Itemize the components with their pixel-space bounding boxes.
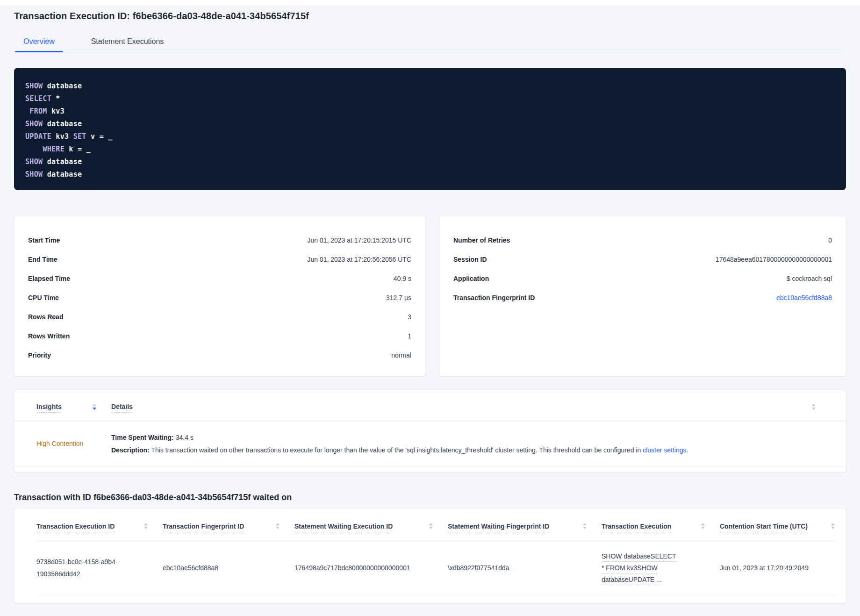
- sql-keyword: SET: [73, 132, 86, 141]
- sql-text: *: [51, 94, 60, 103]
- sort-icon[interactable]: [831, 523, 835, 529]
- sql-keyword: SHOW: [25, 158, 43, 166]
- info-row: End TimeJun 01, 2023 at 17:20:56:2056 UT…: [28, 250, 411, 269]
- insights-table-header: Insights Details: [14, 390, 846, 421]
- sql-keyword: SHOW: [25, 82, 43, 90]
- sort-icon[interactable]: [429, 523, 433, 529]
- info-row: Application$ cockroach sql: [453, 269, 832, 288]
- insights-card: Insights Details High Contention Time Sp…: [14, 390, 846, 472]
- column-header-label: Statement Waiting Execution ID: [294, 523, 393, 530]
- info-row: Session ID17648a9eea60178000000000000000…: [453, 250, 832, 269]
- waited-on-heading: Transaction with ID f6be6366-da03-48de-a…: [14, 493, 846, 502]
- column-header-insights[interactable]: Insights: [36, 403, 111, 410]
- tab-bar: Overview Statement Executions: [14, 33, 846, 52]
- column-header-transaction-fingerprint-id[interactable]: Transaction Fingerprint ID: [163, 523, 294, 530]
- sql-line: FROM kv3: [25, 105, 835, 118]
- info-label: Elapsed Time: [28, 275, 70, 282]
- sql-keyword: SHOW: [25, 170, 43, 179]
- sql-text: kv3: [51, 132, 73, 141]
- info-row: Start TimeJun 01, 2023 at 17:20:15:2015 …: [28, 230, 411, 250]
- info-row: Number of Retries0: [453, 230, 832, 250]
- sql-text: kv3: [47, 107, 64, 115]
- sql-line: SHOW database: [25, 80, 835, 93]
- info-row: CPU Time312.7 µs: [28, 288, 411, 307]
- insight-row: High Contention Time Spent Waiting: 34.4…: [14, 421, 846, 466]
- cell-statement-waiting-fingerprint-id: \xdb8922f077541dda: [448, 564, 602, 572]
- transaction-execution-link[interactable]: SHOW databaseSELECT * FROM kv3SHOW datab…: [602, 551, 679, 586]
- sql-text: database: [43, 158, 82, 166]
- cell-transaction-fingerprint-id: ebc10ae56cfd88a8: [163, 564, 294, 572]
- sort-icon[interactable]: [701, 523, 705, 529]
- cell-transaction-execution-id: 9738d051-bc0e-4158-a9b4-1903586ddd42: [36, 556, 163, 580]
- info-row: Rows Read3: [28, 307, 411, 326]
- column-header-label: Contention Start Time (UTC): [720, 523, 808, 530]
- info-rows-left: Start TimeJun 01, 2023 at 17:20:15:2015 …: [28, 230, 411, 365]
- info-value: 312.7 µs: [386, 294, 411, 301]
- sql-line: SHOW database: [25, 118, 835, 130]
- cell-contention-start-time: Jun 01, 2023 at 17:20:49:2049: [720, 564, 837, 572]
- info-value: 3: [408, 313, 411, 321]
- sql-code: SHOW databaseSELECT * FROM kv3SHOW datab…: [25, 80, 835, 181]
- top-strip: [0, 0, 860, 6]
- info-label: End Time: [28, 256, 57, 263]
- cell-statement-waiting-execution-id: 176498a9c717bdc80000000000000001: [294, 564, 448, 572]
- info-label: Number of Retries: [453, 236, 510, 244]
- column-header-details[interactable]: Details: [111, 403, 837, 410]
- sort-icon[interactable]: [276, 523, 280, 529]
- sql-line: SHOW database: [25, 168, 835, 181]
- page-content: Transaction Execution ID: f6be6366-da03-…: [0, 11, 860, 603]
- transaction-fingerprint-link[interactable]: ebc10ae56cfd88a8: [776, 294, 832, 301]
- info-value: 40.9 s: [394, 275, 411, 282]
- info-label: Priority: [28, 351, 51, 359]
- summary-cards-row: Start TimeJun 01, 2023 at 17:20:15:2015 …: [14, 216, 846, 376]
- sql-keyword: FROM: [29, 107, 47, 115]
- sql-keyword: WHERE: [43, 145, 64, 153]
- sql-text: database: [43, 82, 82, 90]
- info-row: Rows Written1: [28, 326, 411, 345]
- info-label: CPU Time: [28, 294, 59, 301]
- cluster-settings-link[interactable]: cluster settings: [643, 446, 686, 454]
- info-label: Start Time: [28, 236, 60, 244]
- sql-keyword: SHOW: [25, 120, 43, 128]
- sql-keyword: UPDATE: [25, 132, 51, 141]
- sql-statements-box: SHOW databaseSELECT * FROM kv3SHOW datab…: [14, 68, 846, 190]
- sort-icon[interactable]: [812, 404, 816, 410]
- column-header-transaction-execution[interactable]: Transaction Execution: [602, 523, 720, 530]
- column-header-transaction-execution-id[interactable]: Transaction Execution ID: [36, 523, 163, 530]
- sql-line: UPDATE kv3 SET v = _: [25, 130, 835, 143]
- info-value: 0: [828, 236, 832, 244]
- info-row: Elapsed Time40.9 s: [28, 269, 411, 288]
- session-details-card: Number of Retries0Session ID17648a9eea60…: [439, 216, 846, 376]
- info-value: 1: [408, 332, 411, 340]
- sort-icon[interactable]: [583, 523, 587, 529]
- sort-icon[interactable]: [144, 523, 148, 529]
- column-header-label: Transaction Fingerprint ID: [163, 523, 244, 530]
- info-label: Rows Read: [28, 313, 63, 321]
- info-label: Rows Written: [28, 332, 70, 340]
- transaction-execution-page: { "header": { "title": "Transaction Exec…: [0, 0, 860, 616]
- insight-description-text: Description: This transaction waited on …: [111, 445, 837, 455]
- sql-keyword: SELECT: [25, 94, 51, 103]
- sql-text: k = _: [64, 145, 91, 153]
- tab-statement-executions[interactable]: Statement Executions: [83, 33, 172, 52]
- info-value: normal: [391, 351, 411, 359]
- tab-overview[interactable]: Overview: [15, 33, 63, 52]
- info-value: Jun 01, 2023 at 17:20:56:2056 UTC: [307, 256, 411, 263]
- info-value: $ cockroach sql: [787, 275, 832, 282]
- sql-text: database: [43, 120, 82, 128]
- info-value: 17648a9eea6017800000000000000001: [716, 256, 832, 263]
- table-row: 9738d051-bc0e-4158-a9b4-1903586ddd42 ebc…: [36, 541, 837, 595]
- sql-text: v = _: [86, 132, 113, 141]
- sort-icon[interactable]: [93, 404, 96, 410]
- waited-on-table-header: Transaction Execution IDTransaction Fing…: [36, 509, 837, 541]
- sql-text: [25, 145, 43, 153]
- info-label: Application: [453, 275, 489, 282]
- column-header-statement-waiting-execution-id[interactable]: Statement Waiting Execution ID: [294, 523, 448, 530]
- column-header-contention-start-time-utc-[interactable]: Contention Start Time (UTC): [720, 523, 837, 530]
- info-rows-right: Number of Retries0Session ID17648a9eea60…: [453, 230, 832, 307]
- column-header-statement-waiting-fingerprint-id[interactable]: Statement Waiting Fingerprint ID: [448, 523, 602, 530]
- column-header-label: Insights: [36, 403, 62, 410]
- info-row: Prioritynormal: [28, 345, 411, 365]
- execution-details-card: Start TimeJun 01, 2023 at 17:20:15:2015 …: [14, 216, 425, 376]
- info-row: Transaction Fingerprint IDebc10ae56cfd88…: [453, 288, 832, 307]
